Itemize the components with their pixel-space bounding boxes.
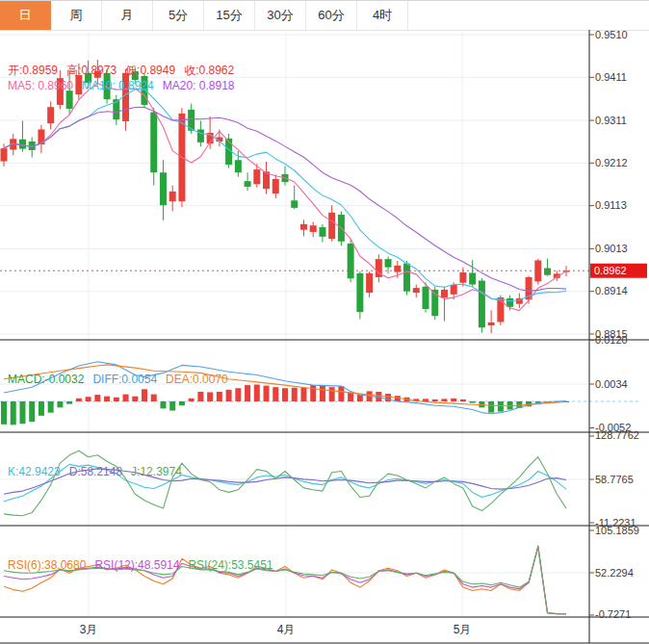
- tab-4hour[interactable]: 4时: [357, 1, 408, 30]
- svg-text:0.9510: 0.9510: [595, 30, 628, 40]
- tab-week[interactable]: 周: [51, 1, 102, 30]
- svg-text:128.7762: 128.7762: [595, 429, 639, 441]
- svg-text:0.8914: 0.8914: [595, 285, 628, 296]
- timeframe-tabbar: 日 周 月 5分 15分 30分 60分 4时: [0, 1, 649, 31]
- svg-text:0.9311: 0.9311: [595, 115, 627, 126]
- tab-day[interactable]: 日: [0, 1, 51, 30]
- price-chart[interactable]: 0.89620.95100.94110.93110.92120.91130.90…: [0, 30, 649, 644]
- tab-30min[interactable]: 30分: [255, 1, 306, 30]
- svg-text:-0.7271: -0.7271: [595, 608, 631, 620]
- grid-layer: [0, 30, 639, 617]
- candles-layer: [1, 60, 570, 333]
- svg-text:0.0034: 0.0034: [595, 378, 628, 390]
- svg-text:4月: 4月: [277, 623, 296, 636]
- trading-chart-app: 日 周 月 5分 15分 30分 60分 4时 0.89620.95100.94…: [0, 0, 649, 644]
- price-line-layer: 0.8962: [0, 264, 647, 278]
- tab-month[interactable]: 月: [102, 1, 153, 30]
- svg-text:52.2294: 52.2294: [595, 567, 634, 579]
- svg-text:0.9013: 0.9013: [595, 243, 628, 254]
- tab-5min[interactable]: 5分: [153, 1, 204, 30]
- macd-layer: [1, 362, 569, 425]
- svg-text:0.9212: 0.9212: [595, 157, 628, 168]
- svg-text:58.7765: 58.7765: [595, 474, 634, 485]
- tab-60min[interactable]: 60分: [306, 1, 357, 30]
- svg-text:5月: 5月: [454, 623, 472, 636]
- svg-text:105.1859: 105.1859: [595, 525, 639, 536]
- svg-text:0.9411: 0.9411: [595, 71, 627, 83]
- svg-text:0.8962: 0.8962: [594, 265, 627, 276]
- svg-text:0.9113: 0.9113: [595, 199, 627, 211]
- svg-text:3月: 3月: [80, 623, 98, 636]
- tab-15min[interactable]: 15分: [204, 1, 255, 30]
- chart-area: 0.89620.95100.94110.93110.92120.91130.90…: [0, 30, 649, 644]
- borders-layer: [0, 30, 649, 643]
- svg-text:0.0120: 0.0120: [595, 334, 628, 346]
